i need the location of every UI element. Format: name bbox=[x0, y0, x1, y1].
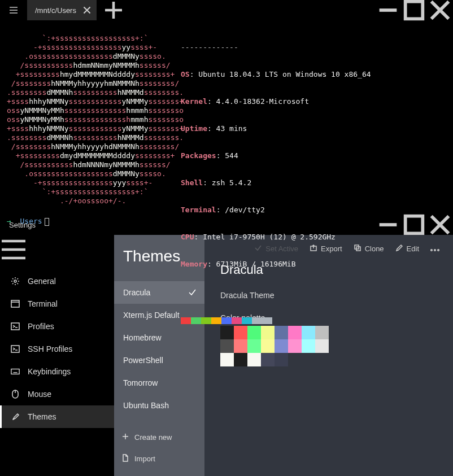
sidebar-item-label: Terminal bbox=[28, 299, 58, 308]
sidebar-item-themes[interactable]: Themes bbox=[0, 405, 114, 428]
color-swatch bbox=[252, 317, 262, 324]
neofetch-output: ------------- OS: Ubuntu 18.04.3 LTS on … bbox=[181, 25, 371, 342]
sidebar-item-ssh-profiles[interactable]: SSH Profiles bbox=[0, 338, 114, 360]
new-tab-button[interactable] bbox=[103, 0, 124, 20]
sidebar-item-label: Mouse bbox=[28, 390, 51, 399]
sidebar-item-mouse[interactable]: Mouse bbox=[0, 383, 114, 405]
set-active-label: Set Active bbox=[265, 244, 298, 253]
terminal-label: Terminal bbox=[181, 206, 216, 214]
mouse-icon bbox=[11, 390, 20, 399]
svg-rect-25 bbox=[11, 369, 19, 374]
create-new-label: Create new bbox=[134, 433, 172, 442]
tab[interactable]: /mnt/c/Users bbox=[27, 0, 97, 20]
sidebar-item-general[interactable]: General bbox=[0, 270, 114, 292]
color-swatch bbox=[191, 317, 201, 324]
shell-value: : zsh 5.4.2 bbox=[203, 178, 251, 187]
kernel-label: Kernel bbox=[181, 97, 207, 106]
minimize-button[interactable] bbox=[375, 0, 401, 20]
color-row bbox=[181, 317, 371, 324]
window-controls bbox=[375, 0, 453, 20]
palette-swatch[interactable] bbox=[220, 353, 234, 366]
sidebar-item-label: Profiles bbox=[28, 322, 54, 331]
set-active-button[interactable]: Set Active bbox=[254, 244, 298, 254]
theme-item-label: Ubuntu Bash bbox=[123, 401, 169, 410]
import-label: Import bbox=[134, 455, 155, 463]
palette-swatch[interactable] bbox=[275, 353, 288, 366]
memory-value: : 6713MiB / 16196MiB bbox=[207, 260, 296, 268]
close-tab-icon[interactable] bbox=[83, 6, 91, 14]
prompt-path: Users bbox=[20, 217, 42, 225]
uptime-value: : 43 mins bbox=[207, 124, 247, 133]
window-icon bbox=[11, 299, 20, 308]
sidebar-item-label: SSH Profiles bbox=[28, 344, 72, 353]
maximize-button[interactable] bbox=[401, 0, 427, 20]
packages-value: : 544 bbox=[216, 151, 238, 160]
color-swatch bbox=[242, 317, 252, 324]
sidebar-item-profiles[interactable]: Profiles bbox=[0, 315, 114, 338]
color-swatch bbox=[181, 317, 191, 324]
memory-label: Memory bbox=[181, 260, 207, 268]
sidebar: GeneralTerminalProfilesSSH ProfilesKeybi… bbox=[0, 235, 114, 476]
svg-rect-19 bbox=[11, 300, 19, 307]
terminal-body[interactable]: `:+ssssssssssssssssss+:` -+sssssssssssss… bbox=[0, 20, 453, 262]
shell-icon bbox=[11, 322, 20, 331]
sidebar-item-keybindings[interactable]: Keybindings bbox=[0, 360, 114, 383]
gear-icon bbox=[11, 277, 20, 286]
cpu-value: : Intel i7-9750H (12) @ 2.592GHz bbox=[194, 233, 335, 241]
close-window-button[interactable] bbox=[427, 0, 453, 20]
tab-title: /mnt/c/Users bbox=[35, 6, 76, 15]
keyboard-icon bbox=[11, 367, 20, 376]
theme-item-label: Homebrew bbox=[123, 333, 162, 342]
os-label: OS bbox=[181, 70, 190, 78]
palette-swatch[interactable] bbox=[261, 353, 275, 366]
color-swatch bbox=[211, 317, 221, 324]
palette-swatch[interactable] bbox=[247, 353, 261, 366]
brush-icon bbox=[11, 412, 20, 421]
svg-point-18 bbox=[14, 280, 16, 282]
file-icon bbox=[122, 454, 129, 464]
sidebar-item-label: General bbox=[28, 277, 56, 286]
palette-swatch[interactable] bbox=[234, 353, 247, 366]
color-swatch bbox=[201, 317, 211, 324]
plus-icon bbox=[122, 433, 129, 442]
svg-rect-8 bbox=[406, 2, 423, 19]
theme-item-ubuntu-bash[interactable]: Ubuntu Bash bbox=[114, 394, 204, 417]
packages-label: Packages bbox=[181, 151, 216, 160]
color-swatch bbox=[221, 317, 232, 324]
theme-item-tomorrow[interactable]: Tomorrow bbox=[114, 372, 204, 394]
create-new-button[interactable]: Create new bbox=[114, 426, 204, 448]
dashes: ------------- bbox=[181, 43, 371, 52]
shell-label: Shell bbox=[181, 178, 203, 187]
check-icon bbox=[254, 244, 262, 254]
kernel-value: : 4.4.0-18362-Microsoft bbox=[207, 97, 309, 106]
cursor bbox=[45, 218, 49, 226]
import-button[interactable]: Import bbox=[114, 448, 204, 469]
theme-item-powershell[interactable]: PowerShell bbox=[114, 349, 204, 372]
theme-item-label: Xterm.js Default bbox=[123, 311, 180, 320]
uptime-label: Uptime bbox=[181, 124, 207, 133]
sidebar-item-label: Keybindings bbox=[28, 367, 71, 376]
theme-item-label: Dracula bbox=[123, 288, 150, 297]
cpu-label: CPU bbox=[181, 233, 194, 241]
color-swatch bbox=[232, 317, 242, 324]
theme-item-label: PowerShell bbox=[123, 356, 163, 365]
sidebar-item-terminal[interactable]: Terminal bbox=[0, 292, 114, 315]
titlebar: /mnt/c/Users bbox=[0, 0, 453, 20]
menu-button[interactable] bbox=[0, 0, 27, 20]
terminal-window: /mnt/c/Users `:+ssssssssssssssssss+:` -+… bbox=[0, 0, 453, 215]
shell-icon bbox=[11, 344, 20, 353]
sidebar-item-label: Themes bbox=[28, 412, 56, 421]
os-value: : Ubuntu 18.04.3 LTS on Windows 10 x86_6… bbox=[190, 70, 371, 78]
terminal-value: : /dev/tty2 bbox=[216, 206, 265, 214]
theme-item-label: Tomorrow bbox=[123, 378, 158, 387]
color-swatch bbox=[262, 317, 272, 324]
